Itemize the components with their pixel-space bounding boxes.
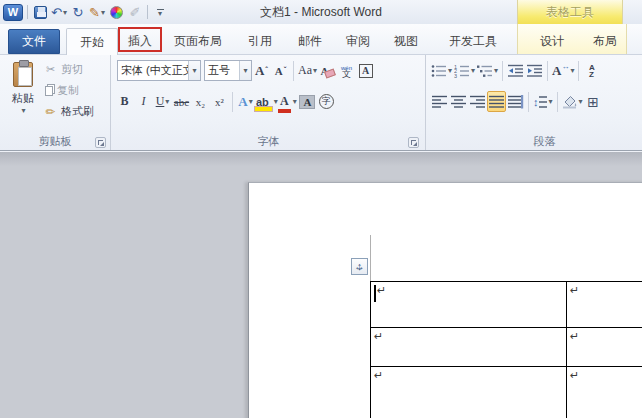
chevron-down-icon[interactable]: ▾ — [239, 61, 251, 80]
numbering-dropdown[interactable]: ▾ — [471, 66, 475, 75]
bullets-dropdown[interactable]: ▾ — [448, 66, 452, 75]
tab-page-layout[interactable]: 页面布局 — [162, 28, 234, 54]
tab-home[interactable]: 开始 — [66, 28, 118, 55]
group-paragraph: ▾ 123 ▾ ▾ A↔▾ — [427, 55, 642, 150]
strikethrough-button[interactable]: abc — [172, 91, 191, 112]
borders-button[interactable]: ⊞ — [584, 91, 603, 112]
scissors-icon: ✂ — [42, 63, 59, 76]
underline-button[interactable]: U▾ — [153, 91, 172, 112]
shrink-font-button[interactable]: Aˇ — [271, 60, 290, 81]
tab-review[interactable]: 审阅 — [334, 28, 382, 54]
tab-references[interactable]: 引用 — [234, 28, 286, 54]
sort-button[interactable]: AZ — [582, 60, 601, 81]
line-spacing-dropdown[interactable]: ▾ — [549, 97, 553, 106]
paste-button[interactable]: 粘贴 ▾ — [6, 59, 40, 135]
numbering-icon: 123 — [454, 64, 470, 78]
separator — [557, 92, 558, 112]
align-center-button[interactable] — [449, 91, 468, 112]
format-painter-button[interactable]: ✏格式刷 — [42, 101, 94, 122]
table-cell-r1c2[interactable]: ↵ — [567, 282, 642, 328]
table-cell-r3c2[interactable]: ↵ — [567, 367, 642, 418]
font-color-dropdown[interactable]: ▾ — [293, 97, 297, 106]
highlight-dropdown[interactable]: ▾ — [274, 97, 278, 106]
asian-layout-icon: A — [552, 63, 561, 79]
table-move-handle[interactable]: ↔ ↕ — [351, 258, 368, 275]
multilevel-list-button[interactable]: ▾ — [476, 60, 499, 81]
bullets-button[interactable]: ▾ — [430, 60, 453, 81]
copy-icon — [45, 86, 53, 96]
shading-button[interactable]: ▾ — [561, 91, 584, 112]
text-effects-dropdown[interactable]: ▾ — [249, 97, 253, 106]
table-cell-r3c1[interactable]: ↵ — [371, 367, 567, 418]
table-cell-r2c2[interactable]: ↵ — [567, 328, 642, 367]
tab-mailings[interactable]: 邮件 — [286, 28, 334, 54]
move-arrow-v-icon: ↕ — [357, 261, 363, 272]
text-effects-button[interactable]: A▾ — [236, 91, 255, 112]
decrease-indent-button[interactable] — [506, 60, 525, 81]
document-page[interactable]: ↔ ↕ ↵ ↵ ↵ ↵ ↵ — [248, 182, 642, 418]
tab-file[interactable]: 文件 — [8, 29, 60, 54]
font-color-button[interactable]: A▾ — [279, 91, 298, 112]
asian-layout-dropdown[interactable]: ▾ — [570, 66, 574, 75]
character-border-button[interactable]: A — [356, 60, 375, 81]
borders-icon: ⊞ — [587, 94, 599, 110]
grow-font-icon: A — [255, 63, 264, 79]
paragraph-mark: ↵ — [570, 370, 579, 381]
asian-layout-button[interactable]: A↔▾ — [551, 60, 575, 81]
increase-indent-button[interactable] — [525, 60, 544, 81]
paste-clipboard-icon — [13, 62, 33, 87]
paragraph-mark: ↵ — [570, 331, 579, 342]
justify-button[interactable] — [487, 91, 506, 112]
superscript-button[interactable]: x² — [210, 91, 229, 112]
table-cell-r2c1[interactable]: ↵ — [371, 328, 567, 367]
tab-layout[interactable]: 布局 — [580, 28, 630, 54]
tab-insert[interactable]: 插入 — [118, 28, 162, 54]
clear-formatting-button[interactable]: A — [318, 60, 337, 81]
italic-button[interactable]: I — [134, 91, 153, 112]
multilevel-dropdown[interactable]: ▾ — [494, 66, 498, 75]
grow-font-button[interactable]: Aˆ — [252, 60, 271, 81]
tab-developer[interactable]: 开发工具 — [436, 28, 510, 54]
font-name-combo[interactable]: 宋体 (中文正文) ▾ — [117, 60, 201, 81]
tab-insert-label: 插入 — [128, 33, 152, 50]
subscript-button[interactable]: x₂ — [191, 91, 210, 112]
paste-dropdown[interactable]: ▾ — [21, 106, 25, 115]
highlight-icon: ab — [256, 96, 269, 108]
copy-label: 复制 — [57, 83, 79, 98]
phonetic-guide-icon: wén文 — [341, 65, 352, 77]
align-left-icon — [432, 95, 448, 109]
numbering-button[interactable]: 123 ▾ — [453, 60, 476, 81]
separator — [502, 61, 503, 81]
align-left-button[interactable] — [430, 91, 449, 112]
font-size-combo[interactable]: 五号 ▾ — [204, 60, 252, 81]
table-cell-r1c1[interactable]: ↵ — [371, 282, 567, 328]
svg-text:3: 3 — [454, 72, 457, 78]
underline-dropdown[interactable]: ▾ — [165, 97, 169, 106]
enclose-characters-button[interactable]: 字 — [317, 91, 336, 112]
bold-button[interactable]: B — [115, 91, 134, 112]
group-font: 宋体 (中文正文) ▾ 五号 ▾ Aˆ Aˇ Aa▾ A wén文 A B I … — [112, 55, 426, 150]
tab-view[interactable]: 视图 — [382, 28, 430, 54]
word-window: W ↶▾ ↻ ✎▾ ✐ ▾ 文档1 - Microsoft Word 表格工具 … — [0, 0, 642, 418]
font-dialog-launcher[interactable] — [408, 137, 419, 148]
chevron-down-icon[interactable]: ▾ — [188, 61, 200, 80]
decrease-indent-icon — [508, 64, 524, 78]
tab-design[interactable]: 设计 — [527, 28, 577, 54]
bullets-icon — [431, 64, 447, 78]
clipboard-dialog-launcher[interactable] — [95, 137, 106, 148]
separator — [547, 61, 548, 81]
align-right-button[interactable] — [468, 91, 487, 112]
font-name-value: 宋体 (中文正文) — [118, 63, 188, 78]
font-group-label: 字体 — [112, 134, 425, 149]
group-clipboard: 粘贴 ▾ ✂剪切 复制 ✏格式刷 剪贴板 — [0, 55, 111, 150]
paragraph-mark: ↵ — [374, 331, 383, 342]
separator — [578, 61, 579, 81]
phonetic-guide-button[interactable]: wén文 — [337, 60, 356, 81]
highlight-color-button[interactable]: ab▾ — [255, 91, 279, 112]
change-case-button[interactable]: Aa▾ — [297, 60, 318, 81]
underline-icon: U — [156, 94, 165, 109]
line-spacing-button[interactable]: ↕ ▾ — [532, 91, 554, 112]
distribute-button[interactable] — [506, 91, 525, 112]
shading-dropdown[interactable]: ▾ — [579, 97, 583, 106]
character-shading-button[interactable]: A — [298, 91, 317, 112]
